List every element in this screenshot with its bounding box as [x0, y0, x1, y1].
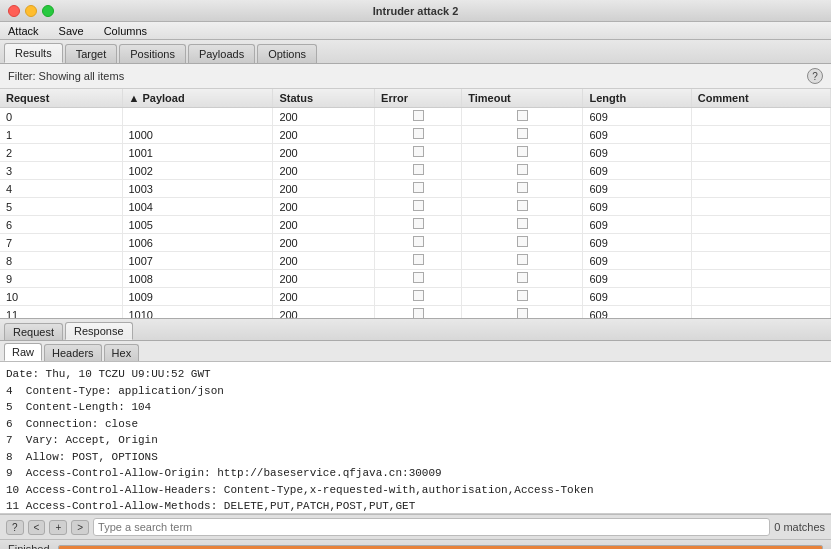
col-payload[interactable]: ▲ Payload: [122, 89, 273, 108]
col-request[interactable]: Request: [0, 89, 122, 108]
tab-payloads[interactable]: Payloads: [188, 44, 255, 63]
table-row[interactable]: 71006200609: [0, 234, 831, 252]
filter-text: Filter: Showing all items: [8, 70, 124, 82]
table-row[interactable]: 111010200609: [0, 306, 831, 320]
sub-tab-request[interactable]: Request: [4, 323, 63, 340]
search-help-button[interactable]: ?: [6, 520, 24, 535]
raw-tabs-bar: Raw Headers Hex: [0, 341, 831, 362]
search-next-button[interactable]: >: [71, 520, 89, 535]
table-row[interactable]: 51004200609: [0, 198, 831, 216]
response-content[interactable]: Date: Thu, 10 TCZU U9:UU:52 GWT4 Content…: [0, 362, 831, 514]
status-bar: Finished: [0, 539, 831, 549]
table-row[interactable]: 11000200609: [0, 126, 831, 144]
search-input[interactable]: [93, 518, 770, 536]
response-line: 10 Access-Control-Allow-Headers: Content…: [6, 482, 825, 499]
table-row[interactable]: 41003200609: [0, 180, 831, 198]
sub-tabs-bar: Request Response: [0, 319, 831, 341]
response-line: 9 Access-Control-Allow-Origin: http://ba…: [6, 465, 825, 482]
maximize-button[interactable]: [42, 5, 54, 17]
table-row[interactable]: 81007200609: [0, 252, 831, 270]
col-timeout[interactable]: Timeout: [462, 89, 583, 108]
tab-target[interactable]: Target: [65, 44, 118, 63]
col-status[interactable]: Status: [273, 89, 375, 108]
filter-bar: Filter: Showing all items ?: [0, 64, 831, 89]
table-row[interactable]: 0200609: [0, 108, 831, 126]
col-length[interactable]: Length: [583, 89, 691, 108]
table-row[interactable]: 61005200609: [0, 216, 831, 234]
results-table: Request ▲ Payload Status Error Timeout L…: [0, 89, 831, 319]
response-line: Date: Thu, 10 TCZU U9:UU:52 GWT: [6, 366, 825, 383]
response-line: 11 Access-Control-Allow-Methods: DELETE,…: [6, 498, 825, 514]
table-row[interactable]: 101009200609: [0, 288, 831, 306]
raw-tab-hex[interactable]: Hex: [104, 344, 140, 361]
close-button[interactable]: [8, 5, 20, 17]
response-line: 8 Allow: POST, OPTIONS: [6, 449, 825, 466]
main-tabs-bar: Results Target Positions Payloads Option…: [0, 40, 831, 64]
tab-positions[interactable]: Positions: [119, 44, 186, 63]
progress-bar: [58, 545, 823, 550]
matches-count: 0 matches: [774, 521, 825, 533]
response-line: 5 Content-Length: 104: [6, 399, 825, 416]
tab-results[interactable]: Results: [4, 43, 63, 63]
search-prev-button[interactable]: <: [28, 520, 46, 535]
table-row[interactable]: 21001200609: [0, 144, 831, 162]
raw-tab-headers[interactable]: Headers: [44, 344, 102, 361]
sub-tab-response[interactable]: Response: [65, 322, 133, 340]
window-title: Intruder attack 2: [373, 5, 459, 17]
menu-bar: Attack Save Columns: [0, 22, 831, 40]
table-row[interactable]: 31002200609: [0, 162, 831, 180]
raw-tab-raw[interactable]: Raw: [4, 343, 42, 361]
response-line: 4 Content-Type: application/json: [6, 383, 825, 400]
help-button[interactable]: ?: [807, 68, 823, 84]
menu-attack[interactable]: Attack: [4, 25, 43, 37]
title-bar: Intruder attack 2: [0, 0, 831, 22]
results-table-container[interactable]: Request ▲ Payload Status Error Timeout L…: [0, 89, 831, 319]
col-comment[interactable]: Comment: [691, 89, 830, 108]
search-bar: ? < + > 0 matches: [0, 514, 831, 539]
table-row[interactable]: 91008200609: [0, 270, 831, 288]
menu-columns[interactable]: Columns: [100, 25, 151, 37]
search-add-button[interactable]: +: [49, 520, 67, 535]
menu-save[interactable]: Save: [55, 25, 88, 37]
minimize-button[interactable]: [25, 5, 37, 17]
tab-options[interactable]: Options: [257, 44, 317, 63]
progress-fill: [59, 546, 822, 550]
response-line: 7 Vary: Accept, Origin: [6, 432, 825, 449]
bottom-panel: Request Response Raw Headers Hex Date: T…: [0, 319, 831, 539]
status-text: Finished: [8, 543, 50, 550]
response-line: 6 Connection: close: [6, 416, 825, 433]
col-error[interactable]: Error: [375, 89, 462, 108]
